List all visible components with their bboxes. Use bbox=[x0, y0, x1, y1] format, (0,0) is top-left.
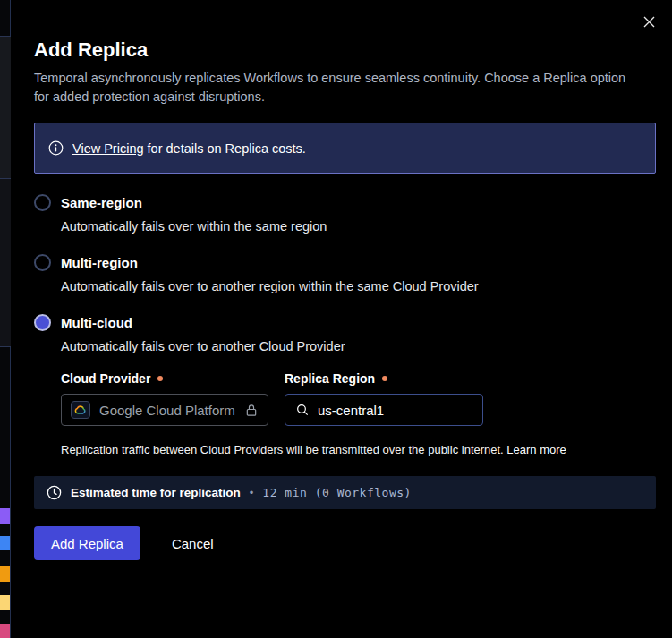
radio-circle-unselected-icon[interactable] bbox=[34, 254, 51, 271]
radio-circle-unselected-icon[interactable] bbox=[34, 194, 51, 211]
google-cloud-logo-icon bbox=[71, 401, 90, 419]
cloud-provider-label: Cloud Provider bbox=[61, 371, 268, 386]
cloud-provider-field: Cloud Provider bbox=[61, 371, 268, 426]
required-dot-icon bbox=[157, 376, 163, 381]
background-stripe-blue bbox=[0, 536, 10, 550]
add-replica-modal: Add Replica Temporal asynchronously repl… bbox=[12, 0, 672, 638]
required-dot-icon bbox=[382, 376, 387, 381]
radio-multi-region[interactable]: Multi-region bbox=[34, 254, 656, 271]
modal-actions: Add Replica Cancel bbox=[34, 526, 656, 560]
replica-options: Same-region Automatically fails over wit… bbox=[34, 194, 656, 353]
background-stripe-orange bbox=[0, 566, 10, 582]
background-divider bbox=[0, 346, 11, 347]
radio-same-region[interactable]: Same-region bbox=[34, 194, 656, 211]
cloud-provider-label-text: Cloud Provider bbox=[61, 371, 150, 386]
option-multi-region: Multi-region Automatically fails over to… bbox=[34, 254, 656, 293]
option-description: Automatically fails over to another Clou… bbox=[61, 339, 656, 353]
estimate-banner: Estimated time for replication • 12 min … bbox=[34, 476, 656, 509]
option-same-region: Same-region Automatically fails over wit… bbox=[34, 194, 656, 234]
option-description: Automatically fails over to another regi… bbox=[61, 279, 656, 293]
replica-region-field: Replica Region bbox=[285, 371, 483, 426]
pricing-banner-suffix: for details on Replica costs. bbox=[144, 141, 306, 156]
replica-region-label: Replica Region bbox=[285, 371, 483, 386]
background-stripe-pink bbox=[0, 624, 10, 638]
option-multi-cloud: Multi-cloud Automatically fails over to … bbox=[34, 314, 656, 353]
info-icon bbox=[48, 140, 64, 156]
option-label: Multi-region bbox=[61, 255, 138, 270]
view-pricing-link[interactable]: View Pricing bbox=[72, 141, 144, 156]
page-title: Add Replica bbox=[34, 38, 656, 63]
background-divider bbox=[0, 36, 11, 37]
background-stripe-yellow bbox=[0, 595, 10, 610]
radio-multi-cloud[interactable]: Multi-cloud bbox=[34, 314, 656, 331]
background-stripe-purple bbox=[0, 508, 10, 524]
search-icon bbox=[295, 403, 310, 417]
radio-circle-selected-icon[interactable] bbox=[34, 314, 51, 331]
replica-region-searchbox[interactable] bbox=[285, 394, 483, 426]
cancel-button[interactable]: Cancel bbox=[149, 526, 236, 560]
replica-region-label-text: Replica Region bbox=[285, 371, 375, 386]
cloud-provider-value: Google Cloud Platform bbox=[99, 403, 235, 418]
background-row bbox=[0, 37, 11, 178]
background-divider bbox=[0, 178, 11, 179]
estimate-label: Estimated time for replication bbox=[71, 486, 241, 499]
estimate-separator: • bbox=[250, 486, 254, 499]
background-row bbox=[0, 179, 11, 346]
add-replica-button[interactable]: Add Replica bbox=[34, 526, 140, 560]
cloud-provider-select[interactable]: Google Cloud Platform bbox=[61, 394, 268, 426]
option-description: Automatically fails over within the same… bbox=[61, 219, 656, 234]
close-icon bbox=[642, 15, 656, 29]
option-label: Same-region bbox=[61, 195, 142, 210]
background-page-edge bbox=[0, 0, 11, 638]
clock-icon bbox=[47, 485, 62, 500]
lock-icon bbox=[244, 403, 259, 418]
replica-region-input[interactable] bbox=[318, 403, 461, 418]
traffic-note-text: Replication traffic between Cloud Provid… bbox=[61, 443, 506, 456]
multi-cloud-fields: Cloud Provider bbox=[61, 371, 656, 426]
pricing-banner-text: View Pricing for details on Replica cost… bbox=[72, 141, 306, 156]
close-button[interactable] bbox=[636, 9, 661, 34]
estimate-value: 12 min (0 Workflows) bbox=[262, 486, 412, 499]
modal-description: Temporal asynchronously replicates Workf… bbox=[34, 69, 642, 106]
pricing-banner: View Pricing for details on Replica cost… bbox=[34, 123, 656, 174]
option-label: Multi-cloud bbox=[61, 315, 132, 330]
learn-more-link[interactable]: Learn more bbox=[506, 443, 566, 456]
traffic-note: Replication traffic between Cloud Provid… bbox=[61, 443, 656, 456]
